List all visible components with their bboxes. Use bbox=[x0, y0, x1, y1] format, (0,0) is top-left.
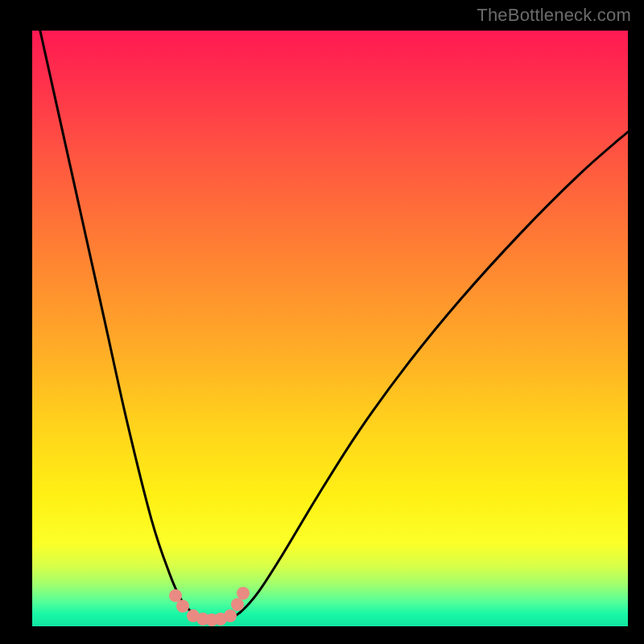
curve-marker bbox=[237, 587, 250, 600]
plot-area bbox=[32, 31, 628, 626]
chart-frame: TheBottleneck.com bbox=[0, 0, 644, 644]
curve-marker bbox=[231, 598, 244, 611]
curve-markers-group bbox=[32, 31, 628, 626]
curve-marker bbox=[224, 609, 237, 622]
watermark-text: TheBottleneck.com bbox=[477, 5, 631, 26]
curve-marker bbox=[176, 600, 189, 613]
